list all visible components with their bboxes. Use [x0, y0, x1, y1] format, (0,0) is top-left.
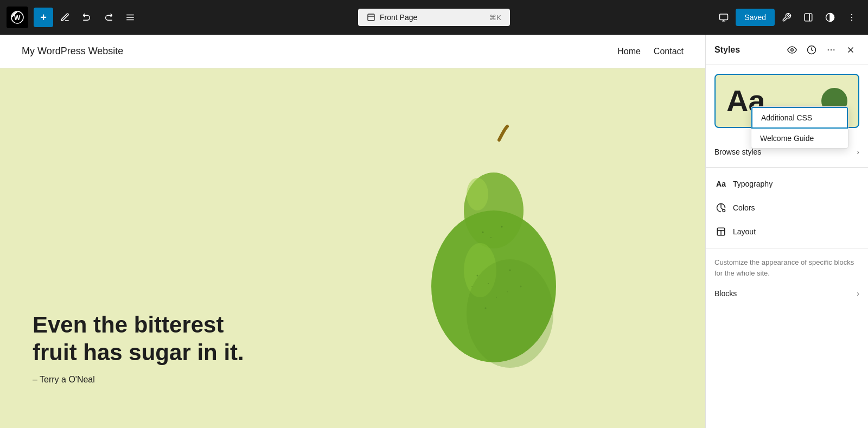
- wrench-button[interactable]: [777, 8, 796, 27]
- hero-text: Even the bitterest fruit has sugar in it…: [0, 311, 293, 428]
- add-block-button[interactable]: +: [34, 8, 53, 27]
- styles-eye-button[interactable]: [783, 41, 801, 59]
- svg-point-22: [490, 237, 492, 238]
- svg-point-35: [831, 49, 832, 50]
- svg-point-27: [496, 297, 497, 298]
- svg-point-18: [467, 178, 488, 210]
- nav-home[interactable]: Home: [617, 47, 641, 56]
- svg-rect-7: [720, 14, 728, 20]
- hero-headline: Even the bitterest fruit has sugar in it…: [33, 311, 260, 366]
- layout-label: Layout: [733, 227, 756, 236]
- styles-sidebar: Styles: [705, 35, 868, 428]
- sidebar-toggle-button[interactable]: [799, 8, 818, 27]
- svg-point-14: [851, 17, 852, 18]
- svg-point-31: [471, 286, 473, 287]
- additional-css-item[interactable]: Additional CSS: [751, 107, 848, 129]
- layout-icon: [714, 225, 727, 238]
- save-button[interactable]: Saved: [736, 9, 775, 26]
- browse-styles-chevron: ›: [857, 148, 859, 156]
- styles-close-button[interactable]: [842, 41, 859, 59]
- welcome-guide-item[interactable]: Welcome Guide: [751, 129, 848, 148]
- colors-icon: [714, 201, 727, 214]
- svg-point-34: [828, 49, 829, 50]
- svg-point-21: [482, 231, 484, 233]
- svg-point-39: [723, 209, 725, 212]
- typography-icon: Aa: [714, 177, 727, 190]
- styles-history-button[interactable]: [803, 41, 820, 59]
- styles-more-button[interactable]: [822, 41, 840, 59]
- blocks-chevron: ›: [857, 289, 859, 298]
- tools-button[interactable]: [55, 8, 75, 27]
- page-title-button[interactable]: Front Page ⌘K: [358, 9, 510, 26]
- toolbar: W +: [0, 0, 868, 35]
- blocks-row[interactable]: Blocks ›: [706, 283, 868, 304]
- typography-row[interactable]: Aa Typography: [706, 172, 868, 196]
- svg-point-23: [501, 226, 503, 227]
- redo-button[interactable]: [99, 8, 118, 27]
- list-view-button[interactable]: [120, 8, 140, 27]
- preview-button[interactable]: [714, 8, 733, 27]
- svg-point-28: [485, 307, 487, 309]
- svg-point-26: [509, 269, 511, 271]
- sidebar-header: Styles: [706, 35, 868, 65]
- svg-rect-5: [368, 14, 374, 21]
- toolbar-center: Front Page ⌘K: [358, 9, 510, 26]
- colors-row[interactable]: Colors: [706, 196, 868, 220]
- nav-contact[interactable]: Contact: [654, 47, 684, 56]
- svg-point-15: [851, 20, 852, 21]
- sidebar-description: Customize the appearance of specific blo…: [706, 248, 868, 283]
- toolbar-left: W +: [7, 7, 140, 28]
- sidebar-header-actions: [783, 41, 859, 59]
- blocks-label: Blocks: [714, 289, 737, 298]
- contrast-button[interactable]: [820, 8, 840, 27]
- svg-point-24: [477, 274, 478, 276]
- svg-rect-10: [805, 14, 812, 21]
- canvas-area: My WordPress Website Home Contact Even t…: [0, 35, 705, 428]
- hero-section: Even the bitterest fruit has sugar in it…: [0, 68, 705, 428]
- dropdown-menu: Additional CSS Welcome Guide: [751, 106, 848, 149]
- page-title-text: Front Page: [380, 13, 417, 22]
- site-nav: Home Contact: [617, 47, 684, 56]
- browse-styles-label: Browse styles: [714, 148, 761, 156]
- layout-row[interactable]: Layout: [706, 220, 868, 244]
- svg-point-13: [851, 14, 852, 15]
- svg-point-36: [833, 49, 834, 50]
- more-menu-button[interactable]: [842, 8, 861, 27]
- wp-logo[interactable]: W: [7, 7, 28, 28]
- site-title: My WordPress Website: [22, 46, 123, 57]
- svg-point-29: [507, 291, 508, 292]
- site-header: My WordPress Website Home Contact: [0, 35, 705, 68]
- hero-author: – Terry a O'Neal: [33, 375, 260, 385]
- sidebar-title: Styles: [714, 45, 740, 55]
- pear-illustration: [380, 68, 608, 428]
- svg-point-25: [488, 283, 489, 284]
- svg-point-30: [520, 285, 522, 287]
- undo-button[interactable]: [77, 8, 97, 27]
- svg-point-20: [467, 259, 553, 368]
- svg-text:W: W: [14, 14, 21, 22]
- typography-label: Typography: [733, 180, 773, 188]
- svg-point-32: [791, 48, 794, 51]
- colors-label: Colors: [733, 203, 755, 212]
- style-options: Aa Typography Colors: [706, 168, 868, 248]
- keyboard-shortcut: ⌘K: [489, 14, 501, 22]
- toolbar-right: Saved: [714, 8, 861, 27]
- main-area: My WordPress Website Home Contact Even t…: [0, 35, 868, 428]
